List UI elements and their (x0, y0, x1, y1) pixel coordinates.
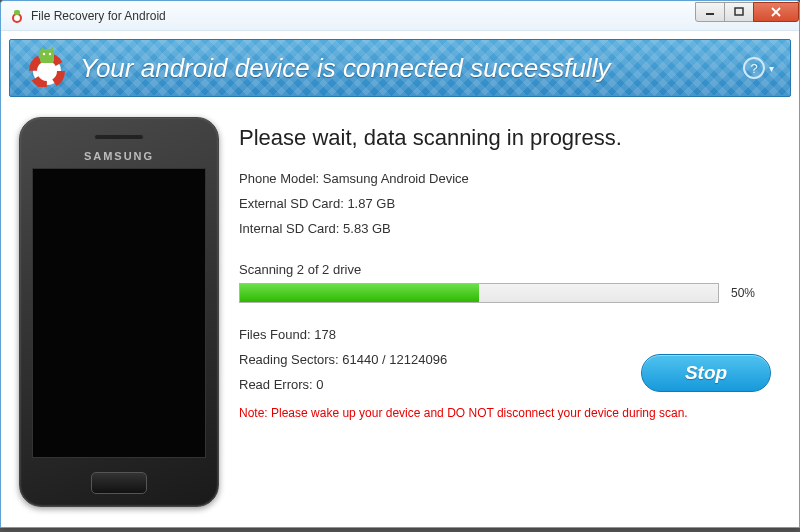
read-errors-row: Read Errors: 0 (239, 377, 641, 392)
lifebuoy-icon (26, 45, 68, 91)
close-button[interactable] (753, 2, 799, 22)
progress-percent: 50% (731, 286, 771, 300)
scan-info-panel: Please wait, data scanning in progress. … (239, 117, 781, 507)
help-button[interactable]: ? (743, 57, 765, 79)
reading-sectors-row: Reading Sectors: 61440 / 12124096 (239, 352, 641, 367)
status-and-stop-row: Files Found: 178 Reading Sectors: 61440 … (239, 327, 771, 392)
app-icon (9, 8, 25, 24)
status-banner: Your android device is connected success… (9, 39, 791, 97)
svg-rect-4 (735, 8, 743, 15)
scan-headline: Please wait, data scanning in progress. (239, 125, 771, 151)
drive-status: Scanning 2 of 2 drive (239, 262, 771, 277)
svg-point-9 (41, 65, 53, 77)
svg-rect-10 (40, 49, 54, 63)
window-title: File Recovery for Android (31, 9, 696, 23)
device-image: SAMSUNG (19, 117, 219, 507)
svg-point-11 (43, 53, 45, 55)
phone-screen (32, 168, 206, 458)
app-window: File Recovery for Android Your android d… (0, 0, 800, 528)
stop-button[interactable]: Stop (641, 354, 771, 392)
internal-sd-label: Internal SD Card: (239, 221, 339, 236)
read-errors-value: 0 (316, 377, 323, 392)
phone-earpiece (94, 134, 144, 140)
external-sd-value: 1.87 GB (347, 196, 395, 211)
external-sd-row: External SD Card: 1.87 GB (239, 196, 771, 211)
phone-home-button (91, 472, 147, 494)
window-controls (696, 2, 799, 22)
warning-note: Note: Please wake up your device and DO … (239, 406, 771, 420)
minimize-button[interactable] (695, 2, 725, 22)
svg-point-1 (14, 15, 20, 21)
files-found-row: Files Found: 178 (239, 327, 641, 342)
main-content: SAMSUNG Please wait, data scanning in pr… (9, 97, 791, 517)
svg-rect-2 (14, 10, 20, 15)
phone-model-value: Samsung Android Device (323, 171, 469, 186)
read-errors-label: Read Errors: (239, 377, 313, 392)
external-sd-label: External SD Card: (239, 196, 344, 211)
internal-sd-value: 5.83 GB (343, 221, 391, 236)
phone-brand-label: SAMSUNG (20, 150, 218, 162)
svg-point-12 (49, 53, 51, 55)
files-found-label: Files Found: (239, 327, 311, 342)
phone-model-label: Phone Model: (239, 171, 319, 186)
banner-text: Your android device is connected success… (80, 53, 743, 84)
progress-fill (240, 284, 479, 302)
watermark: LO4D.com (718, 510, 792, 526)
client-area: Your android device is connected success… (1, 31, 799, 525)
help-dropdown-icon[interactable]: ▾ (769, 63, 774, 74)
phone-model-row: Phone Model: Samsung Android Device (239, 171, 771, 186)
internal-sd-row: Internal SD Card: 5.83 GB (239, 221, 771, 236)
titlebar[interactable]: File Recovery for Android (1, 1, 799, 31)
progress-row: 50% (239, 283, 771, 303)
progress-bar (239, 283, 719, 303)
reading-sectors-label: Reading Sectors: (239, 352, 339, 367)
files-found-value: 178 (314, 327, 336, 342)
reading-sectors-value: 61440 / 12124096 (342, 352, 447, 367)
maximize-button[interactable] (724, 2, 754, 22)
